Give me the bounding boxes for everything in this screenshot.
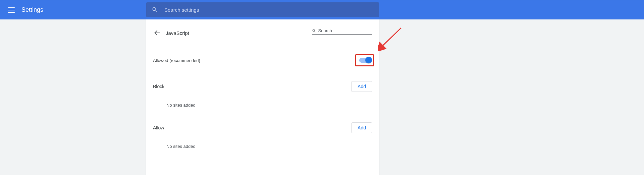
allow-section: Allow Add No sites added <box>153 122 372 149</box>
app-header: Settings <box>0 0 644 19</box>
toggle-highlight-box <box>355 54 374 66</box>
allow-empty-text: No sites added <box>166 144 372 149</box>
panel-title: JavaScript <box>166 30 189 36</box>
panel-search-input[interactable] <box>318 28 372 33</box>
search-settings-bar[interactable] <box>146 2 379 17</box>
annotation-arrow-icon <box>378 24 405 51</box>
add-allow-button[interactable]: Add <box>351 122 372 133</box>
block-section: Block Add No sites added <box>153 81 372 108</box>
back-arrow-icon[interactable] <box>153 29 161 37</box>
allowed-row: Allowed (recommended) <box>153 54 372 66</box>
search-settings-input[interactable] <box>164 7 374 13</box>
allow-label: Allow <box>153 125 164 130</box>
search-icon <box>312 28 316 33</box>
page-title: Settings <box>21 6 43 13</box>
allow-section-head: Allow Add <box>153 122 372 133</box>
panel-header: JavaScript <box>153 27 372 39</box>
block-label: Block <box>153 84 164 89</box>
allowed-label: Allowed (recommended) <box>153 58 200 63</box>
svg-line-0 <box>382 28 401 47</box>
menu-icon[interactable] <box>8 6 16 14</box>
panel-search[interactable] <box>312 28 372 35</box>
toggle-knob <box>365 57 372 63</box>
search-icon <box>152 6 158 13</box>
block-empty-text: No sites added <box>166 103 372 108</box>
block-section-head: Block Add <box>153 81 372 92</box>
add-block-button[interactable]: Add <box>351 81 372 92</box>
javascript-toggle[interactable] <box>359 58 371 63</box>
content-panel: JavaScript Allowed (recommended) Block A… <box>146 19 379 175</box>
